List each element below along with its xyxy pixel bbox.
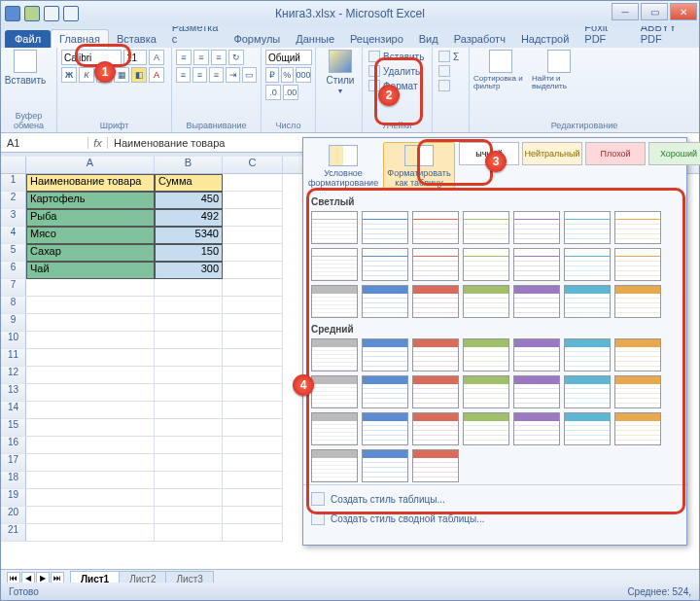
undo-icon[interactable] bbox=[44, 6, 59, 21]
row-header[interactable]: 16 bbox=[1, 437, 26, 454]
row-header[interactable]: 21 bbox=[1, 524, 26, 542]
row-header[interactable]: 7 bbox=[1, 279, 26, 297]
table-style-swatch[interactable] bbox=[463, 211, 509, 244]
font-name-input[interactable] bbox=[61, 50, 122, 65]
column-header[interactable]: A bbox=[26, 157, 155, 173]
align-top-icon[interactable]: ≡ bbox=[176, 50, 192, 65]
cell[interactable]: Наименование товара bbox=[26, 174, 155, 192]
cell[interactable] bbox=[155, 314, 223, 332]
bold-button[interactable]: Ж bbox=[61, 67, 77, 83]
table-style-swatch[interactable] bbox=[564, 412, 611, 445]
name-box[interactable]: A1 bbox=[1, 137, 88, 149]
table-style-swatch[interactable] bbox=[412, 285, 459, 318]
cell[interactable] bbox=[26, 367, 155, 384]
table-style-swatch[interactable] bbox=[362, 338, 408, 371]
table-style-swatch[interactable] bbox=[513, 248, 560, 281]
cell[interactable]: 150 bbox=[155, 244, 223, 262]
redo-icon[interactable] bbox=[63, 6, 79, 21]
row-header[interactable]: 2 bbox=[1, 192, 26, 209]
cell[interactable] bbox=[223, 419, 283, 437]
table-style-swatch[interactable] bbox=[564, 375, 611, 408]
cell-style-swatch[interactable]: Нейтральный bbox=[522, 142, 582, 165]
table-style-swatch[interactable] bbox=[513, 375, 560, 408]
paste-button[interactable]: Вставить bbox=[5, 50, 46, 86]
align-right-icon[interactable]: ≡ bbox=[209, 67, 224, 83]
row-header[interactable]: 10 bbox=[1, 332, 26, 349]
insert-cells-button[interactable]: Вставить bbox=[367, 50, 428, 63]
tab-главная[interactable]: Главная bbox=[51, 29, 109, 48]
cell[interactable] bbox=[155, 402, 223, 419]
inc-decimal-icon[interactable]: .0 bbox=[265, 85, 281, 100]
cell[interactable] bbox=[155, 384, 223, 402]
tab-разработч[interactable]: Разработч bbox=[446, 30, 513, 48]
cell[interactable] bbox=[26, 472, 155, 489]
table-style-swatch[interactable] bbox=[564, 285, 611, 318]
cell[interactable] bbox=[26, 437, 155, 454]
cell[interactable] bbox=[26, 349, 155, 367]
find-select-button[interactable]: Найти и выделить bbox=[532, 50, 586, 90]
cell[interactable] bbox=[223, 227, 283, 244]
table-style-swatch[interactable] bbox=[311, 285, 358, 318]
border-button[interactable]: ▦ bbox=[114, 67, 129, 83]
cell[interactable]: Сумма bbox=[155, 174, 223, 192]
close-button[interactable]: ✕ bbox=[670, 3, 697, 20]
align-center-icon[interactable]: ≡ bbox=[192, 67, 207, 83]
tab-рецензиро[interactable]: Рецензиро bbox=[342, 30, 411, 48]
cell[interactable] bbox=[223, 297, 283, 314]
align-left-icon[interactable]: ≡ bbox=[176, 67, 191, 83]
tab-надстрой[interactable]: Надстрой bbox=[513, 30, 577, 48]
row-header[interactable]: 20 bbox=[1, 507, 26, 524]
table-style-swatch[interactable] bbox=[362, 248, 408, 281]
table-style-swatch[interactable] bbox=[412, 211, 459, 244]
cell[interactable] bbox=[155, 279, 223, 297]
row-header[interactable]: 13 bbox=[1, 384, 26, 402]
cell[interactable] bbox=[155, 297, 223, 314]
row-header[interactable]: 12 bbox=[1, 367, 26, 384]
cell[interactable] bbox=[155, 419, 223, 437]
row-header[interactable]: 6 bbox=[1, 262, 26, 279]
cell[interactable] bbox=[26, 402, 155, 419]
currency-icon[interactable]: ₽ bbox=[265, 67, 279, 83]
cell[interactable]: 492 bbox=[155, 209, 223, 227]
indent-icon[interactable]: ⇥ bbox=[226, 67, 240, 83]
grow-font-icon[interactable]: A bbox=[149, 50, 164, 65]
row-header[interactable]: 4 bbox=[1, 227, 26, 244]
cell[interactable]: Сахар bbox=[26, 244, 155, 262]
row-header[interactable]: 1 bbox=[1, 174, 26, 192]
cell[interactable]: 300 bbox=[155, 262, 223, 279]
cell[interactable] bbox=[155, 454, 223, 472]
tab-file[interactable]: Файл bbox=[5, 30, 51, 48]
cell[interactable] bbox=[155, 489, 223, 507]
cell[interactable] bbox=[155, 437, 223, 454]
table-style-swatch[interactable] bbox=[311, 338, 358, 371]
fx-icon[interactable]: fx bbox=[88, 137, 108, 149]
table-style-swatch[interactable] bbox=[362, 375, 408, 408]
cell[interactable]: Мясо bbox=[26, 227, 155, 244]
table-style-swatch[interactable] bbox=[463, 375, 509, 408]
table-style-swatch[interactable] bbox=[513, 285, 560, 318]
cell[interactable]: Рыба bbox=[26, 209, 155, 227]
cell[interactable] bbox=[26, 384, 155, 402]
cell[interactable]: Картофель bbox=[26, 192, 155, 209]
cell[interactable] bbox=[155, 349, 223, 367]
row-header[interactable]: 18 bbox=[1, 472, 26, 489]
cell[interactable] bbox=[223, 349, 283, 367]
cell[interactable] bbox=[223, 174, 283, 192]
percent-icon[interactable]: % bbox=[281, 67, 295, 83]
table-style-swatch[interactable] bbox=[412, 449, 459, 482]
cell[interactable] bbox=[223, 367, 283, 384]
cell[interactable] bbox=[155, 472, 223, 489]
cell[interactable] bbox=[26, 507, 155, 524]
table-style-swatch[interactable] bbox=[463, 338, 509, 371]
table-style-swatch[interactable] bbox=[412, 412, 459, 445]
row-header[interactable]: 14 bbox=[1, 402, 26, 419]
conditional-formatting-button[interactable]: Условное форматирование bbox=[307, 142, 379, 191]
row-header[interactable]: 8 bbox=[1, 297, 26, 314]
cell[interactable] bbox=[223, 279, 283, 297]
cell[interactable] bbox=[223, 209, 283, 227]
cell[interactable] bbox=[26, 489, 155, 507]
dec-decimal-icon[interactable]: .00 bbox=[283, 85, 298, 100]
cell[interactable] bbox=[26, 454, 155, 472]
table-style-swatch[interactable] bbox=[362, 211, 408, 244]
table-style-swatch[interactable] bbox=[311, 211, 358, 244]
